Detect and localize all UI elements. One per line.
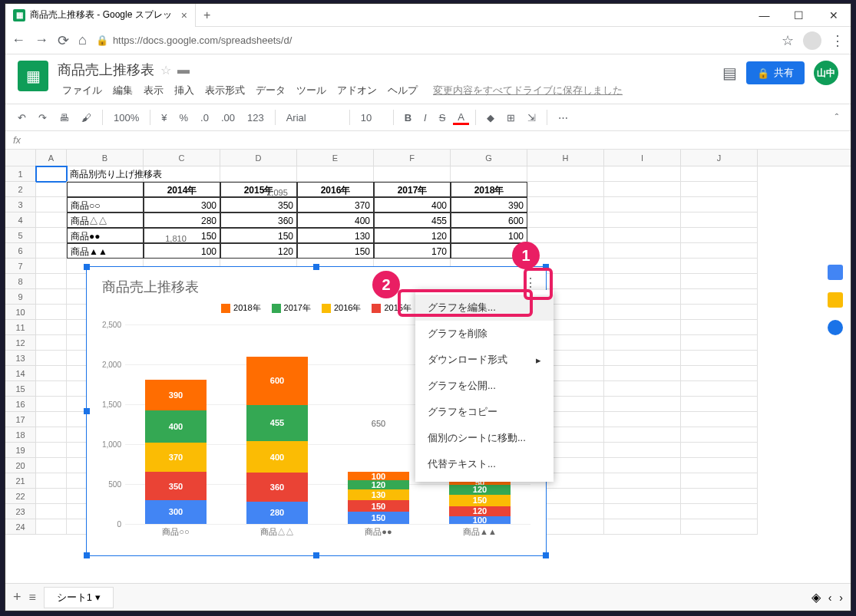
cell[interactable] [681, 243, 758, 259]
context-menu-item[interactable]: ダウンロード形式▸ [415, 347, 554, 373]
cell[interactable] [681, 259, 758, 274]
formula-bar[interactable]: fx [5, 131, 851, 150]
cell[interactable] [527, 228, 604, 243]
cell[interactable] [604, 305, 681, 320]
menu-file[interactable]: ファイル [58, 82, 107, 99]
cell[interactable] [604, 473, 681, 489]
strikethrough-button[interactable]: S [435, 110, 451, 125]
cell[interactable] [36, 320, 67, 335]
cell[interactable] [527, 197, 604, 212]
decrease-decimal-button[interactable]: .0 [196, 110, 213, 125]
row-header[interactable]: 2 [5, 182, 36, 197]
row-header[interactable]: 7 [5, 259, 36, 274]
menu-help[interactable]: ヘルプ [383, 82, 422, 99]
cell[interactable] [681, 335, 758, 351]
minimize-button[interactable]: — [747, 4, 782, 27]
context-menu-item[interactable]: 代替テキスト... [415, 451, 554, 477]
row-header[interactable]: 12 [5, 335, 36, 351]
redo-button[interactable]: ↷ [34, 110, 51, 125]
cell[interactable]: 120 [220, 243, 297, 259]
cell[interactable]: 150 [297, 243, 374, 259]
collapse-toolbar-button[interactable]: ˆ [831, 110, 843, 125]
cell[interactable] [36, 504, 67, 519]
cell[interactable] [604, 519, 681, 535]
col-header[interactable]: G [451, 150, 527, 166]
cell[interactable] [604, 335, 681, 351]
row-header[interactable]: 18 [5, 427, 36, 443]
cell[interactable]: 130 [297, 228, 374, 243]
cell[interactable] [36, 427, 67, 443]
context-menu-item[interactable]: グラフを削除 [415, 321, 554, 347]
select-all-corner[interactable] [5, 150, 36, 166]
cell[interactable] [681, 458, 758, 473]
cell[interactable] [681, 182, 758, 197]
menu-data[interactable]: データ [251, 82, 290, 99]
share-button[interactable]: 🔒 共有 [746, 61, 805, 84]
row-header[interactable]: 22 [5, 489, 36, 504]
cell[interactable] [374, 166, 451, 182]
resize-handle[interactable] [313, 552, 319, 558]
borders-button[interactable]: ⊞ [502, 110, 520, 125]
cell[interactable] [681, 212, 758, 228]
print-button[interactable]: 🖶 [55, 110, 74, 125]
cell[interactable]: 400 [297, 212, 374, 228]
cell[interactable] [604, 289, 681, 305]
resize-handle[interactable] [84, 408, 90, 414]
cell[interactable]: 商品別売り上げ推移表 [67, 166, 144, 182]
reload-button[interactable]: ⟳ [58, 32, 69, 49]
comments-icon[interactable]: ▤ [722, 64, 737, 82]
cell[interactable]: 2016年 [297, 182, 374, 197]
cell[interactable] [36, 289, 67, 305]
col-header[interactable]: I [604, 150, 681, 166]
more-formats-button[interactable]: 123 [243, 110, 269, 125]
italic-button[interactable]: I [419, 110, 431, 125]
row-header[interactable]: 9 [5, 289, 36, 305]
cell[interactable]: 600 [451, 212, 527, 228]
home-button[interactable]: ⌂ [78, 32, 87, 48]
cell[interactable] [681, 166, 758, 182]
keep-addon-icon[interactable] [828, 292, 843, 308]
cell[interactable] [681, 427, 758, 443]
resize-handle[interactable] [313, 264, 319, 270]
menu-format[interactable]: 表示形式 [200, 82, 250, 99]
row-header[interactable]: 24 [5, 519, 36, 535]
cell[interactable]: 360 [220, 212, 297, 228]
cell[interactable] [681, 381, 758, 397]
cell[interactable] [36, 212, 67, 228]
cell[interactable]: 100 [144, 243, 220, 259]
cell[interactable] [604, 443, 681, 458]
cell[interactable]: 100 [451, 228, 527, 243]
cell[interactable] [604, 166, 681, 182]
col-header[interactable]: D [220, 150, 297, 166]
menu-view[interactable]: 表示 [139, 82, 168, 99]
cell[interactable] [527, 212, 604, 228]
menu-tools[interactable]: ツール [292, 82, 331, 99]
cell[interactable] [604, 351, 681, 366]
cell[interactable]: 120 [374, 228, 451, 243]
sheets-app-icon[interactable]: ▦ [18, 61, 48, 91]
cell[interactable]: 商品○○ [67, 197, 144, 212]
cell[interactable] [527, 166, 604, 182]
cell[interactable] [604, 397, 681, 412]
chevron-left-icon[interactable]: ‹ [828, 591, 832, 604]
row-header[interactable]: 16 [5, 397, 36, 412]
cell[interactable] [604, 197, 681, 212]
maximize-button[interactable]: ☐ [782, 4, 816, 27]
increase-decimal-button[interactable]: .00 [216, 110, 240, 125]
cell[interactable] [604, 182, 681, 197]
cell[interactable] [604, 274, 681, 289]
row-header[interactable]: 21 [5, 473, 36, 489]
cell[interactable] [604, 228, 681, 243]
cell[interactable] [681, 519, 758, 535]
close-window-button[interactable]: ✕ [816, 4, 851, 27]
cell[interactable] [36, 397, 67, 412]
tasks-addon-icon[interactable] [828, 320, 843, 335]
cell[interactable] [604, 412, 681, 427]
forward-button[interactable]: → [35, 32, 48, 48]
col-header[interactable]: E [297, 150, 374, 166]
cell[interactable] [681, 473, 758, 489]
cell[interactable] [681, 274, 758, 289]
cell[interactable] [604, 320, 681, 335]
merge-button[interactable]: ⇲ [523, 110, 540, 125]
close-tab-icon[interactable]: × [181, 9, 187, 21]
